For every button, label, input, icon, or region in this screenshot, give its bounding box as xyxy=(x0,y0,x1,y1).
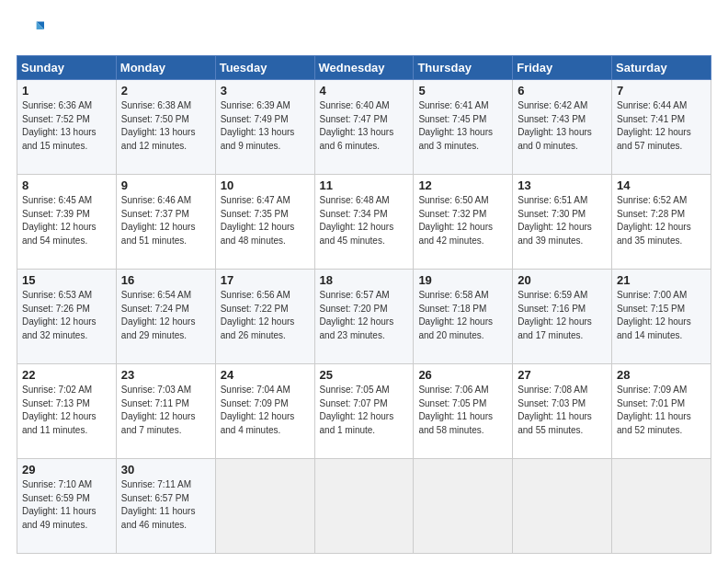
calendar-header-row: SundayMondayTuesdayWednesdayThursdayFrid… xyxy=(17,56,711,80)
day-number: 23 xyxy=(121,368,210,382)
day-info: Sunrise: 7:06 AM Sunset: 7:05 PM Dayligh… xyxy=(418,384,507,437)
day-number: 24 xyxy=(221,368,310,382)
calendar-day-4: 4Sunrise: 6:40 AM Sunset: 7:47 PM Daylig… xyxy=(314,80,414,175)
day-number: 3 xyxy=(221,84,310,98)
day-number: 17 xyxy=(221,273,310,287)
day-info: Sunrise: 6:46 AM Sunset: 7:37 PM Dayligh… xyxy=(121,194,210,247)
calendar-day-11: 11Sunrise: 6:48 AM Sunset: 7:34 PM Dayli… xyxy=(314,175,414,270)
day-info: Sunrise: 6:57 AM Sunset: 7:20 PM Dayligh… xyxy=(320,289,409,342)
calendar-day-5: 5Sunrise: 6:41 AM Sunset: 7:45 PM Daylig… xyxy=(414,80,513,175)
weekday-header-saturday: Saturday xyxy=(612,56,711,80)
day-number: 30 xyxy=(121,463,210,477)
day-info: Sunrise: 7:05 AM Sunset: 7:07 PM Dayligh… xyxy=(320,384,409,437)
calendar-day-2: 2Sunrise: 6:38 AM Sunset: 7:50 PM Daylig… xyxy=(116,80,215,175)
day-info: Sunrise: 7:00 AM Sunset: 7:15 PM Dayligh… xyxy=(617,289,706,342)
day-info: Sunrise: 7:10 AM Sunset: 6:59 PM Dayligh… xyxy=(22,478,111,532)
calendar-day-29: 29Sunrise: 7:10 AM Sunset: 6:59 PM Dayli… xyxy=(17,459,117,554)
calendar-day-3: 3Sunrise: 6:39 AM Sunset: 7:49 PM Daylig… xyxy=(215,80,314,175)
day-number: 14 xyxy=(617,178,706,192)
empty-cell xyxy=(314,459,414,554)
day-info: Sunrise: 7:03 AM Sunset: 7:11 PM Dayligh… xyxy=(121,384,210,437)
calendar-day-23: 23Sunrise: 7:03 AM Sunset: 7:11 PM Dayli… xyxy=(116,364,215,459)
day-info: Sunrise: 6:59 AM Sunset: 7:16 PM Dayligh… xyxy=(518,289,607,342)
day-number: 6 xyxy=(518,84,607,98)
weekday-header-tuesday: Tuesday xyxy=(215,56,314,80)
empty-cell xyxy=(215,459,314,554)
calendar-day-9: 9Sunrise: 6:46 AM Sunset: 7:37 PM Daylig… xyxy=(116,175,215,270)
weekday-header-sunday: Sunday xyxy=(17,56,117,80)
day-number: 16 xyxy=(121,273,210,287)
empty-cell xyxy=(612,459,711,554)
calendar-day-14: 14Sunrise: 6:52 AM Sunset: 7:28 PM Dayli… xyxy=(612,175,711,270)
calendar-day-15: 15Sunrise: 6:53 AM Sunset: 7:26 PM Dayli… xyxy=(17,270,117,364)
day-info: Sunrise: 7:11 AM Sunset: 6:57 PM Dayligh… xyxy=(121,478,210,532)
day-number: 20 xyxy=(518,273,607,287)
calendar-day-28: 28Sunrise: 7:09 AM Sunset: 7:01 PM Dayli… xyxy=(612,364,711,459)
calendar-day-7: 7Sunrise: 6:44 AM Sunset: 7:41 PM Daylig… xyxy=(612,80,711,175)
calendar-week-5: 29Sunrise: 7:10 AM Sunset: 6:59 PM Dayli… xyxy=(17,459,711,554)
day-info: Sunrise: 6:36 AM Sunset: 7:52 PM Dayligh… xyxy=(22,99,111,153)
calendar-day-21: 21Sunrise: 7:00 AM Sunset: 7:15 PM Dayli… xyxy=(612,270,711,364)
logo xyxy=(17,17,46,46)
header xyxy=(17,17,711,46)
day-info: Sunrise: 6:52 AM Sunset: 7:28 PM Dayligh… xyxy=(617,194,706,247)
calendar-day-6: 6Sunrise: 6:42 AM Sunset: 7:43 PM Daylig… xyxy=(513,80,612,175)
day-number: 4 xyxy=(320,84,409,98)
calendar-day-12: 12Sunrise: 6:50 AM Sunset: 7:32 PM Dayli… xyxy=(414,175,513,270)
day-number: 15 xyxy=(22,273,111,287)
weekday-header-monday: Monday xyxy=(116,56,215,80)
day-number: 5 xyxy=(418,84,507,98)
day-number: 19 xyxy=(418,273,507,287)
day-number: 1 xyxy=(22,84,111,98)
day-info: Sunrise: 7:04 AM Sunset: 7:09 PM Dayligh… xyxy=(221,384,310,437)
calendar-day-25: 25Sunrise: 7:05 AM Sunset: 7:07 PM Dayli… xyxy=(314,364,414,459)
day-info: Sunrise: 6:45 AM Sunset: 7:39 PM Dayligh… xyxy=(22,194,111,247)
calendar-day-1: 1Sunrise: 6:36 AM Sunset: 7:52 PM Daylig… xyxy=(17,80,117,175)
calendar-day-22: 22Sunrise: 7:02 AM Sunset: 7:13 PM Dayli… xyxy=(17,364,117,459)
day-info: Sunrise: 6:53 AM Sunset: 7:26 PM Dayligh… xyxy=(22,289,111,342)
day-info: Sunrise: 6:56 AM Sunset: 7:22 PM Dayligh… xyxy=(221,289,310,342)
day-info: Sunrise: 6:44 AM Sunset: 7:41 PM Dayligh… xyxy=(617,99,706,153)
day-info: Sunrise: 7:02 AM Sunset: 7:13 PM Dayligh… xyxy=(22,384,111,437)
calendar-week-1: 1Sunrise: 6:36 AM Sunset: 7:52 PM Daylig… xyxy=(17,80,711,175)
day-info: Sunrise: 7:08 AM Sunset: 7:03 PM Dayligh… xyxy=(518,384,607,437)
calendar: SundayMondayTuesdayWednesdayThursdayFrid… xyxy=(17,55,711,554)
day-info: Sunrise: 6:42 AM Sunset: 7:43 PM Dayligh… xyxy=(518,99,607,153)
day-info: Sunrise: 6:54 AM Sunset: 7:24 PM Dayligh… xyxy=(121,289,210,342)
day-info: Sunrise: 6:38 AM Sunset: 7:50 PM Dayligh… xyxy=(121,99,210,153)
calendar-day-26: 26Sunrise: 7:06 AM Sunset: 7:05 PM Dayli… xyxy=(414,364,513,459)
day-info: Sunrise: 6:47 AM Sunset: 7:35 PM Dayligh… xyxy=(221,194,310,247)
day-number: 27 xyxy=(518,368,607,382)
empty-cell xyxy=(513,459,612,554)
day-info: Sunrise: 6:40 AM Sunset: 7:47 PM Dayligh… xyxy=(320,99,409,153)
day-number: 13 xyxy=(518,178,607,192)
day-number: 26 xyxy=(418,368,507,382)
day-number: 28 xyxy=(617,368,706,382)
day-number: 8 xyxy=(22,178,111,192)
weekday-header-wednesday: Wednesday xyxy=(314,56,414,80)
day-info: Sunrise: 7:09 AM Sunset: 7:01 PM Dayligh… xyxy=(617,384,706,437)
day-info: Sunrise: 6:51 AM Sunset: 7:30 PM Dayligh… xyxy=(518,194,607,247)
day-number: 10 xyxy=(221,178,310,192)
day-number: 2 xyxy=(121,84,210,98)
day-info: Sunrise: 6:39 AM Sunset: 7:49 PM Dayligh… xyxy=(221,99,310,153)
calendar-day-16: 16Sunrise: 6:54 AM Sunset: 7:24 PM Dayli… xyxy=(116,270,215,364)
day-number: 22 xyxy=(22,368,111,382)
day-number: 11 xyxy=(320,178,409,192)
calendar-day-19: 19Sunrise: 6:58 AM Sunset: 7:18 PM Dayli… xyxy=(414,270,513,364)
calendar-day-30: 30Sunrise: 7:11 AM Sunset: 6:57 PM Dayli… xyxy=(116,459,215,554)
day-number: 21 xyxy=(617,273,706,287)
calendar-day-13: 13Sunrise: 6:51 AM Sunset: 7:30 PM Dayli… xyxy=(513,175,612,270)
calendar-day-27: 27Sunrise: 7:08 AM Sunset: 7:03 PM Dayli… xyxy=(513,364,612,459)
weekday-header-thursday: Thursday xyxy=(414,56,513,80)
calendar-day-8: 8Sunrise: 6:45 AM Sunset: 7:39 PM Daylig… xyxy=(17,175,117,270)
day-number: 9 xyxy=(121,178,210,192)
calendar-day-18: 18Sunrise: 6:57 AM Sunset: 7:20 PM Dayli… xyxy=(314,270,414,364)
calendar-week-3: 15Sunrise: 6:53 AM Sunset: 7:26 PM Dayli… xyxy=(17,270,711,364)
calendar-day-20: 20Sunrise: 6:59 AM Sunset: 7:16 PM Dayli… xyxy=(513,270,612,364)
weekday-header-friday: Friday xyxy=(513,56,612,80)
day-number: 25 xyxy=(320,368,409,382)
day-number: 18 xyxy=(320,273,409,287)
calendar-day-17: 17Sunrise: 6:56 AM Sunset: 7:22 PM Dayli… xyxy=(215,270,314,364)
day-number: 7 xyxy=(617,84,706,98)
